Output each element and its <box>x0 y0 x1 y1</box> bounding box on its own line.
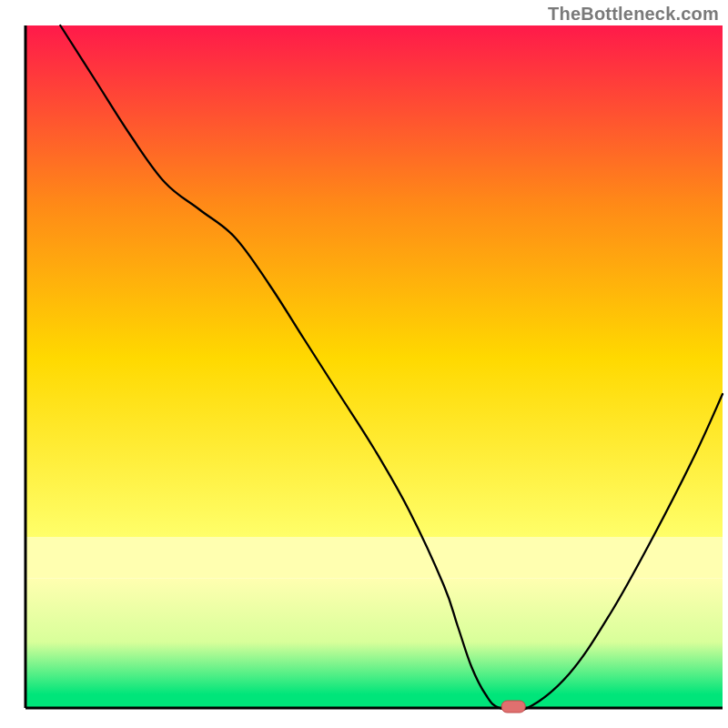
plot-area <box>25 25 723 708</box>
watermark-label: TheBottleneck.com <box>548 4 719 25</box>
gradient-background <box>25 25 723 538</box>
bottleneck-chart <box>0 0 728 728</box>
chart-container: TheBottleneck.com <box>0 0 728 728</box>
pale-yellow-band <box>25 538 723 579</box>
yellow-green-band <box>25 579 723 695</box>
green-strip <box>25 694 723 708</box>
optimal-marker <box>501 701 525 713</box>
